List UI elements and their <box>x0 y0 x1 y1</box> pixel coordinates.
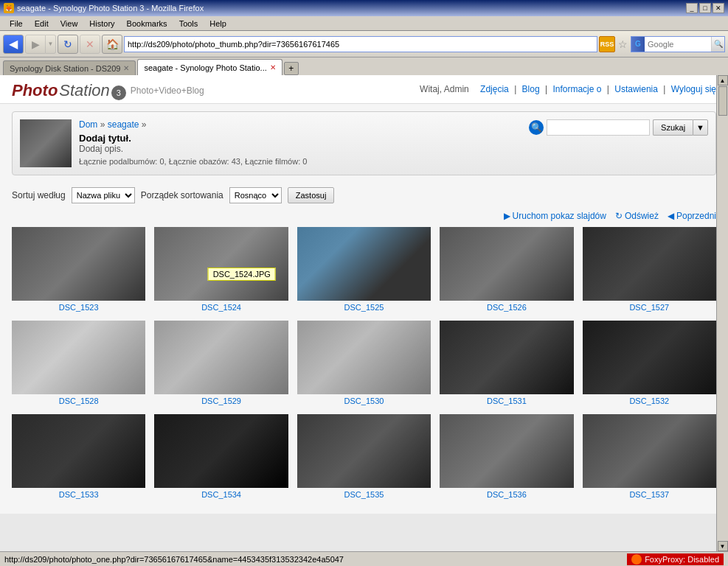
prev-link[interactable]: ◀ Poprzedni <box>668 211 716 221</box>
photo-label-dsc1529: DSC_1529 <box>154 396 288 405</box>
menu-edit[interactable]: Edit <box>29 18 55 29</box>
photo-thumb-dsc1530 <box>297 321 431 394</box>
slideshow-icon: ▶ <box>504 211 510 221</box>
google-search-input[interactable] <box>645 37 711 52</box>
stop-button[interactable]: ✕ <box>80 35 100 54</box>
menu-help[interactable]: Help <box>204 18 232 29</box>
photo-tooltip-dsc1524: DSC_1524.JPG <box>208 268 276 281</box>
photo-item-dsc1526[interactable]: DSC_1526 <box>440 227 573 312</box>
breadcrumb-seagate[interactable]: seagate <box>108 119 139 130</box>
menu-file[interactable]: File <box>4 18 29 29</box>
photo-label-dsc1531: DSC_1531 <box>440 396 573 405</box>
photo-item-dsc1527[interactable]: DSC_1527 <box>583 227 716 312</box>
photo-item-dsc1523[interactable]: DSC_1523 <box>12 227 145 312</box>
scrollbar: ▲ ▼ <box>716 75 728 551</box>
search-submit-button[interactable]: Szukaj <box>653 119 693 136</box>
bookmark-star[interactable]: ☆ <box>617 38 629 50</box>
photo-label-dsc1523: DSC_1523 <box>12 303 145 312</box>
photo-item-dsc1534[interactable]: DSC_1534 <box>154 414 288 499</box>
photo-label-dsc1528: DSC_1528 <box>12 396 145 405</box>
nav-blog[interactable]: Blog <box>522 84 540 94</box>
scroll-down-button[interactable]: ▼ <box>718 541 728 551</box>
address-bar[interactable] <box>124 36 597 52</box>
photo-thumb-dsc1523 <box>12 227 145 301</box>
album-thumbnail <box>20 119 72 167</box>
photo-item-dsc1533[interactable]: DSC_1533 <box>12 414 145 499</box>
forward-button[interactable]: ▶ <box>25 35 46 54</box>
photo-label-dsc1536: DSC_1536 <box>440 490 573 499</box>
photo-grid: DSC_1523 DSC_1524.JPG DSC_1524 DSC_1525 … <box>12 227 716 506</box>
photo-thumb-dsc1534 <box>154 414 288 488</box>
menu-history[interactable]: History <box>83 18 120 29</box>
photo-item-dsc1524[interactable]: DSC_1524.JPG DSC_1524 <box>154 227 288 312</box>
photo-item-dsc1535[interactable]: DSC_1535 <box>297 414 431 499</box>
photo-label-dsc1532: DSC_1532 <box>583 396 716 405</box>
nav-logout[interactable]: Wyloguj się <box>671 84 716 94</box>
menu-bookmarks[interactable]: Bookmarks <box>121 18 173 29</box>
photo-item-dsc1536[interactable]: DSC_1536 <box>440 414 573 499</box>
forward-dropdown: ▶ ▼ <box>25 35 56 54</box>
album-desc: Dodaj opis. <box>79 144 708 154</box>
photo-item-dsc1532[interactable]: DSC_1532 <box>583 321 716 405</box>
sort-bar: Sortuj według Nazwa pliku Data Rozmiar P… <box>12 183 716 208</box>
breadcrumb-home[interactable]: Dom <box>79 119 97 130</box>
sort-field-select[interactable]: Nazwa pliku Data Rozmiar <box>72 187 135 203</box>
forward-arrow[interactable]: ▼ <box>46 35 56 54</box>
tab-disk-station-close[interactable]: ✕ <box>123 64 129 72</box>
photo-label-dsc1525: DSC_1525 <box>297 303 431 312</box>
tab-photo-station-label: seagate - Synology Photo Statio... <box>144 63 266 72</box>
tab-photo-station-close[interactable]: ✕ <box>270 63 276 71</box>
back-button[interactable]: ◀ <box>3 35 24 54</box>
foxy-proxy-badge[interactable]: FoxyProxy: Disabled <box>627 553 724 565</box>
nav-info[interactable]: Informacje o <box>552 84 601 94</box>
menu-view[interactable]: View <box>55 18 84 29</box>
apply-sort-button[interactable]: Zastosuj <box>288 187 335 203</box>
google-search-button[interactable]: 🔍 <box>711 37 724 52</box>
menu-bar: File Edit View History Bookmarks Tools H… <box>0 16 728 31</box>
tab-disk-station[interactable]: Synology Disk Station - DS209 ✕ <box>3 60 136 75</box>
search-button-group: Szukaj ▼ <box>653 119 708 136</box>
album-search-input[interactable] <box>547 119 650 136</box>
prev-label: Poprzedni <box>676 211 716 221</box>
refresh-label: Odśwież <box>625 211 659 221</box>
photo-label-dsc1527: DSC_1527 <box>583 303 716 312</box>
window-title: seagate - Synology Photo Station 3 - Moz… <box>17 4 204 13</box>
search-area: 🔍 Szukaj ▼ <box>529 119 708 136</box>
new-tab-button[interactable]: + <box>284 62 299 75</box>
search-dropdown-button[interactable]: ▼ <box>693 119 708 136</box>
nav-photos[interactable]: Zdjęcia <box>480 84 509 94</box>
refresh-link[interactable]: ↻ Odśwież <box>615 211 659 221</box>
home-button[interactable]: 🏠 <box>102 35 122 54</box>
sort-order-select[interactable]: Rosnąco Malejąco <box>229 187 282 203</box>
photo-label-dsc1533: DSC_1533 <box>12 490 145 499</box>
reload-button[interactable]: ↻ <box>58 35 78 54</box>
menu-tools[interactable]: Tools <box>173 18 204 29</box>
photo-thumb-dsc1533 <box>12 414 145 488</box>
content-area: Dom » seagate » Dodaj tytuł. Dodaj opis.… <box>0 104 728 514</box>
scroll-thumb[interactable] <box>718 86 727 116</box>
minimize-button[interactable]: _ <box>686 3 698 13</box>
slideshow-link[interactable]: ▶ Uruchom pokaz slajdów <box>504 211 606 221</box>
photo-thumb-dsc1527 <box>583 227 716 301</box>
firefox-icon: 🦊 <box>4 3 14 13</box>
photo-item-dsc1537[interactable]: DSC_1537 <box>583 414 716 499</box>
nav-toolbar: ◀ ▶ ▼ ↻ ✕ 🏠 RSS ☆ G 🔍 <box>0 31 728 57</box>
close-button[interactable]: ✕ <box>713 3 724 13</box>
photo-item-dsc1528[interactable]: DSC_1528 <box>12 321 145 405</box>
logo-station: Station <box>59 81 110 100</box>
photo-label-dsc1535: DSC_1535 <box>297 490 431 499</box>
tab-photo-station[interactable]: seagate - Synology Photo Statio... ✕ <box>137 59 282 75</box>
refresh-icon: ↻ <box>615 211 623 221</box>
nav-settings[interactable]: Ustawienia <box>614 84 658 94</box>
photo-item-dsc1525[interactable]: DSC_1525 <box>297 227 431 312</box>
tab-disk-station-label: Synology Disk Station - DS209 <box>10 64 120 73</box>
prev-icon: ◀ <box>668 211 674 221</box>
scroll-up-button[interactable]: ▲ <box>718 75 728 85</box>
logo-subtitle: Photo+Video+Blog <box>131 85 204 96</box>
photo-item-dsc1529[interactable]: DSC_1529 <box>154 321 288 405</box>
maximize-button[interactable]: □ <box>699 3 711 13</box>
scroll-track <box>718 85 728 541</box>
photo-item-dsc1531[interactable]: DSC_1531 <box>440 321 573 405</box>
nav-greeting: Witaj, Admin <box>420 84 469 94</box>
photo-item-dsc1530[interactable]: DSC_1530 <box>297 321 431 405</box>
